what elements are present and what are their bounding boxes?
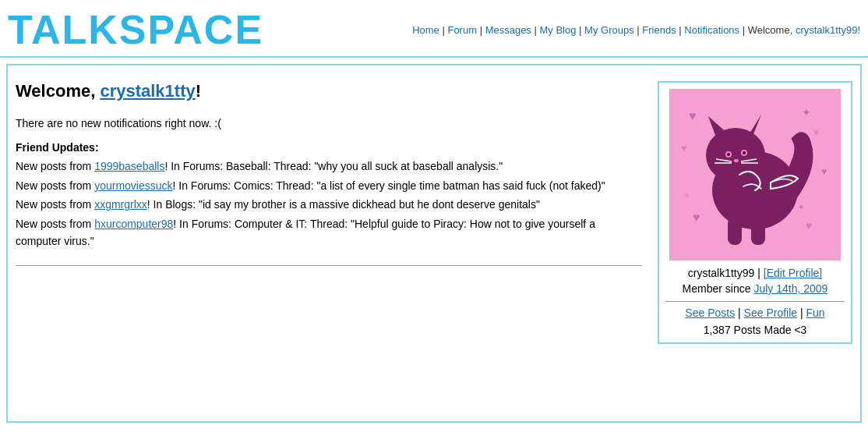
profile-username-line: crystalk1tty99 | [Edit Profile] [665,267,845,279]
profile-avatar-svg: ♥ ✦ ♥ ♥ ♥ ♥ ✦ ♥ ♥ [669,89,841,260]
friend-updates-title: Friend Updates: [16,139,642,156]
welcome-prefix: Welcome, [16,81,100,101]
svg-text:♥: ♥ [806,219,812,232]
svg-rect-15 [751,218,765,245]
nav-myblog[interactable]: My Blog [540,24,577,36]
nav-home[interactable]: Home [412,24,439,36]
update-line-3: New posts from xxgmrgrlxx! In Blogs: "id… [16,196,642,213]
welcome-exclaim: ! [196,81,201,101]
update-text-3: ! In Blogs: "id say my brother is a mass… [147,198,540,211]
see-posts-link[interactable]: See Posts [685,307,735,319]
member-since-label: Member since [683,282,751,295]
nav-sep-2: | [480,24,485,36]
profile-links: See Posts | See Profile | Fun [665,307,845,319]
profile-avatar: ♥ ✦ ♥ ♥ ♥ ♥ ✦ ♥ ♥ [669,89,841,260]
nav-mygroups[interactable]: My Groups [584,24,634,36]
profile-member-since: Member since July 14th, 2009 [665,282,845,295]
nav-username[interactable]: crystalk1tty99! [796,24,860,36]
nav-messages[interactable]: Messages [485,24,531,36]
welcome-heading: Welcome, crystalk1tty! [16,81,642,101]
svg-text:✦: ✦ [802,106,811,119]
profile-posts-count: 1,387 Posts Made <3 [665,324,845,336]
svg-point-18 [727,153,730,156]
svg-text:♥: ♥ [689,109,697,122]
nav-welcome-text: Welcome, [748,24,793,36]
svg-text:♥: ♥ [821,166,827,177]
profile-card: ♥ ✦ ♥ ♥ ♥ ♥ ✦ ♥ ♥ [658,81,852,344]
nav-forum[interactable]: Forum [447,24,477,36]
links-sep-1: | [738,307,744,319]
update-user-1[interactable]: 1999baseballs [94,160,164,172]
svg-point-19 [743,151,746,154]
svg-text:♥: ♥ [681,143,686,154]
svg-rect-14 [728,218,742,245]
content-area: Welcome, crystalk1tty! There are no new … [16,73,852,344]
links-sep-2: | [800,307,806,319]
friend-updates: Friend Updates: New posts from 1999baseb… [16,139,642,250]
update-text-1: ! In Forums: Baseball: Thread: "why you … [164,160,503,172]
svg-text:♥: ♥ [693,211,700,224]
profile-username: crystalk1tty99 [688,267,755,279]
svg-text:♥: ♥ [813,127,819,138]
update-prefix-1: New posts from [16,160,94,172]
header: TALKSPACE Home | Forum | Messages | My B… [0,0,868,58]
update-prefix-3: New posts from [16,198,94,211]
nav-sep-7: | [743,24,748,36]
update-line-2: New posts from yourmoviessuck! In Forums… [16,177,642,194]
update-text-2: ! In Forums: Comics: Thread: "a list of … [173,179,605,192]
update-user-4[interactable]: hxurcomputer98 [94,218,173,230]
update-prefix-4: New posts from [16,218,94,230]
update-line-4: New posts from hxurcomputer98! In Forums… [16,215,642,250]
nav-bar: Home | Forum | Messages | My Blog | My G… [412,24,860,36]
update-prefix-2: New posts from [16,179,94,192]
card-divider [665,301,845,302]
left-content: Welcome, crystalk1tty! There are no new … [16,73,650,344]
content-divider [16,265,642,266]
update-user-2[interactable]: yourmoviessuck [94,179,172,192]
profile-sep: | [757,267,764,279]
update-user-3[interactable]: xxgmrgrlxx [94,198,147,211]
edit-profile-link[interactable]: [Edit Profile] [764,267,822,279]
site-logo: TALKSPACE [8,6,263,53]
no-notifications-text: There are no new notifications right now… [16,117,642,129]
fun-link[interactable]: Fun [806,307,825,319]
nav-friends[interactable]: Friends [642,24,676,36]
svg-text:✦: ✦ [798,203,804,211]
member-since-date[interactable]: July 14th, 2009 [753,282,827,295]
notifications-section: There are no new notifications right now… [16,117,642,129]
main-wrapper: Welcome, crystalk1tty! There are no new … [6,64,862,423]
welcome-username-link[interactable]: crystalk1tty [100,81,195,101]
nav-notifications[interactable]: Notifications [684,24,739,36]
svg-text:♥: ♥ [685,191,690,200]
update-line-1: New posts from 1999baseballs! In Forums:… [16,158,642,175]
see-profile-link[interactable]: See Profile [744,307,797,319]
svg-point-20 [734,159,739,162]
nav-sep-3: | [535,24,540,36]
